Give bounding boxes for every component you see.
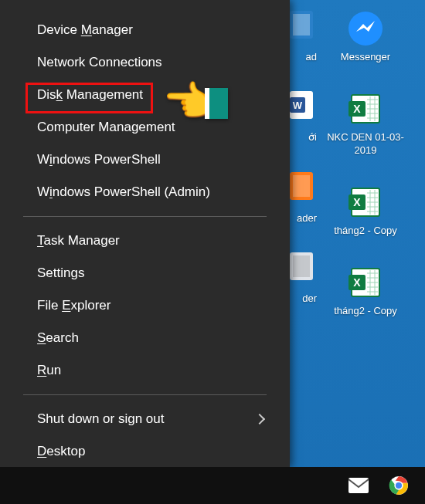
menu-item-task-manager[interactable]: Task Manager [0, 225, 290, 257]
menu-item-label: Network Connections [37, 55, 162, 70]
menu-item-network-connections[interactable]: Network Connections [0, 46, 290, 79]
messenger-icon [345, 8, 386, 49]
desktop-icon-excel-3[interactable]: X tháng2 - Copy [323, 262, 408, 317]
menu-item-label: Shut down or sign out [37, 411, 164, 427]
menu-item-label: File Explorer [37, 298, 110, 313]
menu-item-windows-powershell-admin[interactable]: Windows PowerShell (Admin) [0, 176, 290, 208]
taskbar-chrome-icon[interactable] [388, 475, 410, 496]
menu-item-label: Search [37, 330, 79, 346]
svg-text:W: W [293, 100, 303, 111]
menu-item-disk-management[interactable]: Disk Management [0, 79, 290, 111]
menu-separator [23, 216, 267, 217]
menu-separator [23, 394, 267, 395]
desktop-icon-label: tháng2 - Copy [334, 225, 397, 237]
excel-icon: X [345, 181, 386, 223]
desktop-icon-column-right: Messenger X NKC DEN 01-03-2019 X tháng2 … [315, 8, 416, 317]
svg-text:X: X [353, 276, 361, 289]
svg-rect-42 [293, 255, 310, 277]
desktop-icon-excel-2[interactable]: X tháng2 - Copy [323, 181, 408, 237]
menu-item-label: Computer Management [37, 120, 175, 135]
menu-item-file-explorer[interactable]: File Explorer [0, 289, 290, 322]
menu-item-label: Windows PowerShell [37, 152, 161, 167]
desktop-icon-label: tháng2 - Copy [334, 305, 397, 317]
desktop-icon-label: NKC DEN 01-03-2019 [323, 131, 408, 157]
menu-item-shut-down-or-sign-out[interactable]: Shut down or sign out [0, 403, 290, 435]
desktop-icon-excel-1[interactable]: X NKC DEN 01-03-2019 [323, 88, 408, 157]
svg-rect-43 [348, 478, 369, 493]
file-icon [286, 249, 317, 291]
svg-text:X: X [353, 103, 361, 115]
pdf-icon [286, 169, 317, 211]
menu-item-label: Task Manager [37, 233, 120, 249]
file-icon [286, 8, 317, 49]
menu-item-label: Settings [37, 266, 84, 281]
taskbar-mail-icon[interactable] [348, 475, 369, 496]
menu-item-label: Disk Management [37, 87, 143, 103]
menu-item-label: Device Manager [37, 22, 133, 38]
word-icon: W [286, 88, 317, 130]
menu-item-label: Desktop [37, 444, 85, 459]
excel-icon: X [345, 262, 386, 303]
desktop-icon-messenger[interactable]: Messenger [323, 8, 408, 63]
svg-rect-40 [293, 175, 310, 197]
desktop-icon-label: Messenger [341, 51, 390, 63]
taskbar [0, 467, 425, 504]
menu-item-desktop[interactable]: Desktop [0, 435, 290, 468]
menu-item-search[interactable]: Search [0, 322, 290, 354]
winx-menu: Device ManagerNetwork ConnectionsDisk Ma… [0, 0, 290, 468]
menu-item-label: Windows PowerShell (Admin) [37, 184, 210, 200]
menu-item-windows-powershell[interactable]: Windows PowerShell [0, 144, 290, 176]
menu-item-label: Run [37, 363, 61, 378]
desktop-background: Messenger X NKC DEN 01-03-2019 X tháng2 … [0, 0, 425, 504]
menu-item-device-manager[interactable]: Device Manager [0, 14, 290, 46]
menu-item-computer-management[interactable]: Computer Management [0, 111, 290, 144]
menu-item-run[interactable]: Run [0, 354, 290, 387]
menu-item-settings[interactable]: Settings [0, 257, 290, 289]
svg-rect-35 [293, 14, 310, 36]
svg-text:X: X [353, 196, 361, 208]
excel-icon: X [345, 88, 386, 130]
